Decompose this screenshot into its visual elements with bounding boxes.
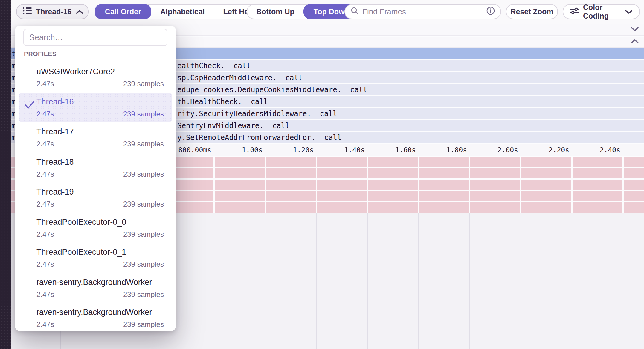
grid-gap: [469, 157, 470, 213]
chevron-down-icon[interactable]: [630, 26, 639, 33]
profile-item[interactable]: ThreadPoolExecutor-0_12.47s239 samples: [19, 243, 172, 272]
profile-duration: 2.47s: [36, 80, 54, 88]
gridline: [316, 213, 317, 349]
sort-segmented-control: Call Order Alphabetical Left Heavy: [95, 4, 271, 19]
profile-item[interactable]: Thread-192.47s239 samples: [19, 183, 172, 212]
profile-samples: 239 samples: [123, 170, 164, 178]
gridline: [521, 213, 521, 349]
left-sidebar: [0, 0, 11, 349]
flame-row-label: y.SetRemoteAddrFromForwardedFor.__call__: [177, 132, 350, 143]
profile-samples: 239 samples: [123, 320, 164, 329]
grid-gap: [571, 157, 573, 213]
list-icon: [23, 7, 32, 16]
profile-samples: 239 samples: [123, 230, 164, 239]
gridline: [572, 213, 572, 349]
profile-name: ThreadPoolExecutor-0_1: [36, 248, 126, 257]
profile-name: raven-sentry.BackgroundWorker: [36, 278, 152, 287]
profile-item[interactable]: Thread-162.47s239 samples: [19, 93, 172, 122]
direction-segmented-control: Bottom Up Top Down: [247, 4, 360, 19]
profile-duration: 2.47s: [36, 200, 54, 208]
thread-selector-button[interactable]: Thread-16: [16, 4, 89, 19]
profile-samples: 239 samples: [123, 140, 164, 148]
profile-item[interactable]: ThreadPoolExecutor-0_02.47s239 samples: [19, 213, 172, 242]
profile-duration: 2.47s: [36, 140, 54, 148]
color-coding-button[interactable]: Color Coding: [563, 4, 640, 19]
grid-gap: [520, 157, 521, 213]
grid-gap: [367, 157, 368, 213]
profile-item[interactable]: Thread-182.47s239 samples: [19, 153, 172, 182]
profile-name: Thread-19: [36, 187, 74, 197]
profile-name: raven-sentry.BackgroundWorker: [36, 308, 152, 317]
profile-item[interactable]: Thread-172.47s239 samples: [19, 123, 172, 152]
axis-tick-label: 1.00s: [242, 146, 263, 154]
profile-item[interactable]: uWSGIWorker7Core22.47s239 samples: [19, 63, 172, 92]
flame-row-label: th.HealthCheck.__call__: [177, 96, 277, 107]
axis-tick-label: 1.40s: [344, 146, 365, 154]
profile-samples: 239 samples: [123, 200, 164, 208]
profiler-app: tmealthCheck.__call__msp.CspHeaderMiddle…: [0, 0, 644, 349]
axis-tick-label: 2.00s: [498, 146, 518, 154]
grid-gap: [213, 157, 215, 213]
profile-name: Thread-17: [36, 127, 74, 136]
find-frames-input[interactable]: [362, 7, 483, 17]
profile-name: Thread-18: [36, 157, 74, 167]
profile-item[interactable]: raven-sentry.BackgroundWorker2.47s239 sa…: [19, 304, 172, 331]
gridline: [214, 213, 214, 349]
grid-gap: [265, 157, 266, 213]
axis-tick-label: 2.40s: [600, 146, 620, 154]
profile-name: uWSGIWorker7Core2: [36, 67, 115, 76]
axis-tick-label: 1.60s: [395, 146, 416, 154]
axis-tick-label: 800.00ms: [178, 146, 211, 154]
profile-duration: 2.47s: [36, 290, 54, 299]
find-frames-box: [344, 4, 501, 19]
search-icon: [350, 7, 359, 17]
toolbar: Thread-16 Call Order Alphabetical Left H…: [11, 0, 644, 24]
profile-item[interactable]: raven-sentry.BackgroundWorker2.47s239 sa…: [19, 274, 172, 302]
profiles-dropdown: PROFILES uWSGIWorker7Core22.47s239 sampl…: [15, 26, 176, 331]
flame-row-label: sp.CspHeaderMiddleware.__call__: [177, 72, 311, 83]
gridline: [418, 213, 419, 349]
profile-duration: 2.47s: [36, 260, 54, 268]
profile-samples: 239 samples: [123, 80, 164, 88]
profile-name: Thread-16: [36, 97, 74, 107]
tab-bottom-up[interactable]: Bottom Up: [247, 5, 303, 19]
tab-alphabetical[interactable]: Alphabetical: [151, 5, 214, 19]
chevron-down-icon: [625, 7, 633, 16]
thread-selector-label: Thread-16: [36, 7, 71, 16]
color-coding-label: Color Coding: [583, 3, 621, 20]
axis-tick-label: 1.20s: [293, 146, 314, 154]
profile-samples: 239 samples: [123, 290, 164, 299]
chevron-up-icon: [76, 7, 83, 16]
checkmark-icon: [25, 101, 35, 110]
axis-tick-label: 1.80s: [446, 146, 467, 154]
profiles-search-input[interactable]: [23, 29, 167, 46]
gridline: [623, 213, 623, 349]
axis-tick-label: 2.20s: [549, 146, 569, 154]
grid-gap: [316, 157, 317, 213]
profile-name: ThreadPoolExecutor-0_0: [36, 218, 126, 227]
profile-duration: 2.47s: [36, 230, 54, 239]
grid-gap: [418, 157, 419, 213]
profile-duration: 2.47s: [36, 320, 54, 329]
chevron-up-icon[interactable]: [630, 39, 639, 45]
flame-row-label: edupe_cookies.DedupeCookiesMiddleware.__…: [177, 84, 376, 95]
flame-row-label: ealthCheck.__call__: [177, 60, 260, 71]
profile-duration: 2.47s: [36, 170, 54, 178]
tab-call-order[interactable]: Call Order: [95, 4, 151, 19]
reset-zoom-button[interactable]: Reset Zoom: [506, 4, 558, 19]
info-icon[interactable]: [486, 6, 495, 17]
sliders-icon: [570, 7, 579, 16]
profile-duration: 2.47s: [36, 110, 54, 118]
grid-gap: [622, 157, 624, 213]
flame-row-label: SentryEnvMiddleware.__call__: [177, 120, 298, 131]
profile-samples: 239 samples: [123, 110, 164, 118]
gridline: [265, 213, 265, 349]
profile-samples: 239 samples: [123, 260, 164, 268]
profiles-section-label: PROFILES: [24, 50, 57, 57]
flame-row-label: rity.SecurityHeadersMiddleware.__call__: [177, 108, 346, 119]
gridline: [367, 213, 368, 349]
gridline: [469, 213, 470, 349]
